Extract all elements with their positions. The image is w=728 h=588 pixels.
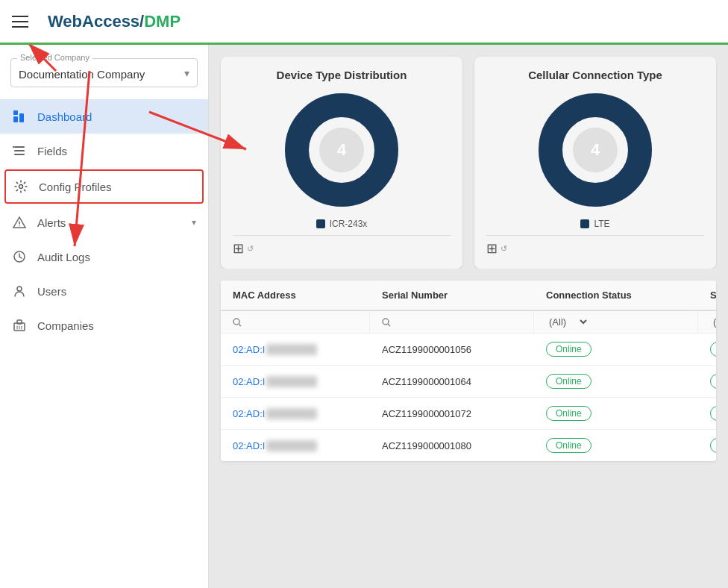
donut-device-type-value: 4 <box>337 140 346 160</box>
td-sync-3: Synced <box>698 430 716 461</box>
chart-device-type-title: Device Type Distribution <box>277 69 407 81</box>
mac-blur-2: ██████ <box>266 408 316 419</box>
online-badge-3: Online <box>546 438 592 453</box>
chart-cellular-type: Cellular Connection Type 4 LTE <box>474 57 716 269</box>
svg-rect-6 <box>13 146 14 148</box>
filter-mac[interactable] <box>221 311 370 333</box>
company-arrow-icon: ▾ <box>184 67 189 79</box>
users-icon <box>12 284 27 298</box>
td-mac-3: 02:AD:I ██████ <box>221 430 370 461</box>
logo-dmp: DMP <box>144 12 181 31</box>
table-row: 02:AD:I ██████ ACZ1199000001072 Online S… <box>221 398 716 430</box>
alerts-icon <box>12 215 27 230</box>
table-row: 02:AD:I ██████ ACZ1199000001064 Online S… <box>221 366 716 398</box>
donut-device-type: 4 <box>282 90 401 210</box>
svg-point-23 <box>383 319 389 325</box>
td-connection-2: Online <box>534 398 698 429</box>
donut-cellular-type-value: 4 <box>591 140 600 160</box>
company-selector[interactable]: Selected Company Documentation Company ▾ <box>10 58 198 87</box>
svg-point-9 <box>19 225 20 227</box>
audit-logs-icon <box>12 249 27 264</box>
legend-item-lte: LTE <box>580 219 609 229</box>
chart-table-icon-2[interactable]: ⊞ <box>486 240 498 257</box>
svg-rect-2 <box>13 110 18 115</box>
dashboard-label: Dashboard <box>37 110 196 123</box>
th-connection: Connection Status <box>534 281 698 310</box>
company-name: Documentation Company <box>19 65 189 81</box>
chart-table-icon[interactable]: ⊞ <box>233 240 244 257</box>
companies-label: Companies <box>37 319 196 332</box>
table-row: 02:AD:I ██████ ACZ1199000001056 Online S… <box>221 334 716 366</box>
filter-sync[interactable]: (All) Synced Unsynced <box>698 311 716 333</box>
svg-rect-1 <box>19 113 24 122</box>
svg-rect-5 <box>14 154 25 155</box>
svg-rect-4 <box>14 150 25 151</box>
svg-point-7 <box>19 185 23 189</box>
td-connection-3: Online <box>534 430 698 461</box>
table-row: 02:AD:I ██████ ACZ1199000001080 Online S… <box>221 430 716 461</box>
legend-color-lte <box>580 219 589 228</box>
table-header: MAC Address Serial Number Connection Sta… <box>221 281 716 311</box>
chart-device-type: Device Type Distribution 4 ICR-243x <box>221 57 462 269</box>
alerts-label: Alerts <box>37 216 181 229</box>
sidebar-item-fields[interactable]: Fields <box>0 134 208 168</box>
td-connection-0: Online <box>534 334 698 365</box>
td-sync-0: Synced <box>698 334 716 365</box>
sidebar-item-audit-logs[interactable]: Audit Logs <box>0 240 208 274</box>
mac-blur-3: ██████ <box>266 440 316 451</box>
svg-rect-3 <box>14 146 25 148</box>
legend-item: ICR-243x <box>316 219 368 229</box>
svg-rect-13 <box>17 320 22 324</box>
sidebar-item-config-profiles[interactable]: Config Profiles <box>4 169 204 204</box>
sync-filter-select[interactable]: (All) Synced Unsynced <box>710 316 716 328</box>
config-icon <box>13 179 28 194</box>
mac-link-3[interactable]: 02:AD:I <box>233 440 265 451</box>
mac-blur-0: ██████ <box>266 344 316 355</box>
config-profiles-label: Config Profiles <box>39 181 195 193</box>
main-content: Device Type Distribution 4 ICR-243x <box>209 45 728 588</box>
connection-filter-select[interactable]: (All) Online Offline <box>546 316 589 328</box>
legend-color-box <box>316 219 325 228</box>
fields-label: Fields <box>37 145 196 157</box>
filter-serial[interactable] <box>370 311 534 333</box>
sidebar-item-dashboard[interactable]: Dashboard <box>0 99 208 134</box>
legend-label: ICR-243x <box>330 219 368 229</box>
synced-badge-3: Synced <box>710 438 716 453</box>
logo: WebAccess/DMP <box>48 12 181 31</box>
sidebar-item-users[interactable]: Users <box>0 274 208 308</box>
td-connection-1: Online <box>534 366 698 397</box>
alerts-arrow-icon: ▾ <box>192 217 196 228</box>
chart-cellular-type-title: Cellular Connection Type <box>528 69 662 81</box>
sidebar-item-companies[interactable]: Companies <box>0 308 208 343</box>
svg-line-24 <box>388 324 390 326</box>
fields-icon <box>12 143 27 158</box>
menu-button[interactable] <box>12 8 39 35</box>
chart-cellular-footer: ⊞ ↺ <box>486 235 704 257</box>
filter-row: (All) Online Offline (All) Synced Unsync… <box>221 311 716 334</box>
layout: Selected Company Documentation Company ▾… <box>0 45 728 588</box>
sidebar-item-alerts[interactable]: Alerts ▾ <box>0 205 208 240</box>
filter-connection[interactable]: (All) Online Offline <box>534 311 698 333</box>
td-sync-1: Synced <box>698 366 716 397</box>
svg-line-22 <box>239 324 241 326</box>
th-sync: Synchroniza... <box>698 281 716 310</box>
charts-row: Device Type Distribution 4 ICR-243x <box>209 45 728 269</box>
td-sync-2: Synced <box>698 398 716 429</box>
synced-badge-0: Synced <box>710 342 716 357</box>
mac-link-1[interactable]: 02:AD:I <box>233 376 265 387</box>
mac-link-2[interactable]: 02:AD:I <box>233 408 265 419</box>
logo-webaccess: WebAccess <box>48 12 139 31</box>
td-mac-0: 02:AD:I ██████ <box>221 334 370 365</box>
th-serial: Serial Number <box>370 281 534 310</box>
devices-table: MAC Address Serial Number Connection Sta… <box>221 281 716 461</box>
mac-link-0[interactable]: 02:AD:I <box>233 344 265 355</box>
header: WebAccess/DMP <box>0 0 728 45</box>
th-mac: MAC Address <box>221 281 370 310</box>
td-mac-1: 02:AD:I ██████ <box>221 366 370 397</box>
audit-logs-label: Audit Logs <box>37 251 196 263</box>
td-serial-3: ACZ1199000001080 <box>370 430 534 461</box>
synced-badge-1: Synced <box>710 374 716 389</box>
legend-lte-label: LTE <box>594 219 609 229</box>
td-serial-0: ACZ1199000001056 <box>370 334 534 365</box>
svg-rect-0 <box>13 116 18 122</box>
